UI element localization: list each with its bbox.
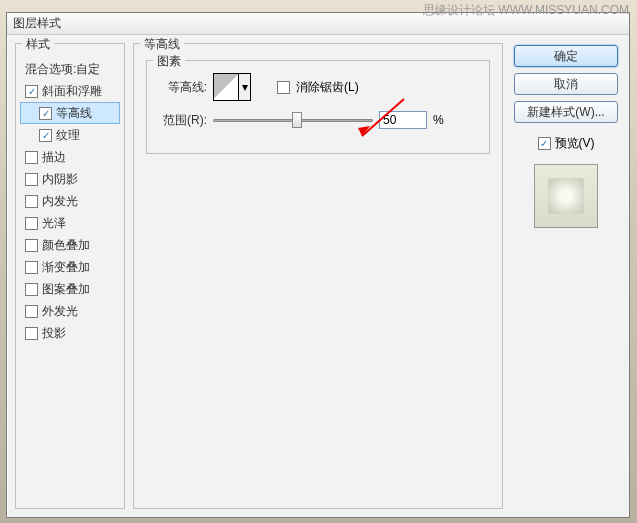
preview-checkbox[interactable]: ✓ [538,137,551,150]
annotation-arrow [354,94,414,144]
contour-picker[interactable]: ▾ [213,73,251,101]
style-item-label: 描边 [42,149,66,166]
style-checkbox[interactable] [25,151,38,164]
contour-thumbnail [214,74,238,100]
style-item-3[interactable]: 描边 [20,146,120,168]
watermark: 思缘设计论坛 WWW.MISSYUAN.COM [423,2,629,19]
style-checkbox[interactable] [25,283,38,296]
antialias-checkbox[interactable] [277,81,290,94]
style-item-1[interactable]: ✓等高线 [20,102,120,124]
range-label: 范围(R): [157,112,207,129]
style-checkbox[interactable]: ✓ [25,85,38,98]
styles-panel: 样式 混合选项:自定✓斜面和浮雕✓等高线✓纹理描边内阴影内发光光泽颜色叠加渐变叠… [15,43,125,509]
style-checkbox[interactable]: ✓ [39,129,52,142]
style-item-10[interactable]: 外发光 [20,300,120,322]
style-item-9[interactable]: 图案叠加 [20,278,120,300]
style-checkbox[interactable] [25,261,38,274]
style-item-label: 内阴影 [42,171,78,188]
contour-panel: 等高线 图素 等高线: ▾ 消除锯齿(L) [133,43,503,509]
style-item-5[interactable]: 内发光 [20,190,120,212]
style-item-2[interactable]: ✓纹理 [20,124,120,146]
style-checkbox[interactable] [25,195,38,208]
style-item-label: 图案叠加 [42,281,90,298]
cancel-button[interactable]: 取消 [514,73,618,95]
style-item-label: 颜色叠加 [42,237,90,254]
style-item-label: 渐变叠加 [42,259,90,276]
preview-inner [548,178,584,214]
style-checkbox[interactable] [25,173,38,186]
style-item-label: 外发光 [42,303,78,320]
style-checkbox[interactable] [25,305,38,318]
style-checkbox[interactable] [25,239,38,252]
style-item-label: 斜面和浮雕 [42,83,102,100]
blending-options[interactable]: 混合选项:自定 [20,58,120,80]
style-item-6[interactable]: 光泽 [20,212,120,234]
style-item-label: 纹理 [56,127,80,144]
chevron-down-icon[interactable]: ▾ [238,74,250,100]
contour-heading: 等高线 [140,36,184,53]
preview-swatch [534,164,598,228]
antialias-label: 消除锯齿(L) [296,79,359,96]
styles-heading: 样式 [22,36,54,53]
style-item-7[interactable]: 颜色叠加 [20,234,120,256]
dialog-title: 图层样式 [13,15,61,32]
contour-label: 等高线: [157,79,207,96]
style-checkbox[interactable] [25,327,38,340]
slider-thumb[interactable] [292,112,302,128]
style-checkbox[interactable] [25,217,38,230]
preview-label: 预览(V) [555,135,595,152]
style-item-label: 光泽 [42,215,66,232]
style-item-label: 投影 [42,325,66,342]
style-item-label: 内发光 [42,193,78,210]
style-checkbox[interactable]: ✓ [39,107,52,120]
new-style-button[interactable]: 新建样式(W)... [514,101,618,123]
elements-group: 图素 等高线: ▾ 消除锯齿(L) 范围(R): [146,60,490,154]
style-item-0[interactable]: ✓斜面和浮雕 [20,80,120,102]
preview-toggle[interactable]: ✓ 预览(V) [538,135,595,152]
style-item-label: 等高线 [56,105,92,122]
layer-style-dialog: 图层样式 样式 混合选项:自定✓斜面和浮雕✓等高线✓纹理描边内阴影内发光光泽颜色… [6,12,630,518]
style-item-11[interactable]: 投影 [20,322,120,344]
svg-line-0 [362,99,404,136]
ok-button[interactable]: 确定 [514,45,618,67]
style-item-4[interactable]: 内阴影 [20,168,120,190]
style-item-8[interactable]: 渐变叠加 [20,256,120,278]
range-slider[interactable] [213,119,373,122]
range-unit: % [433,113,444,127]
elements-heading: 图素 [153,53,185,70]
